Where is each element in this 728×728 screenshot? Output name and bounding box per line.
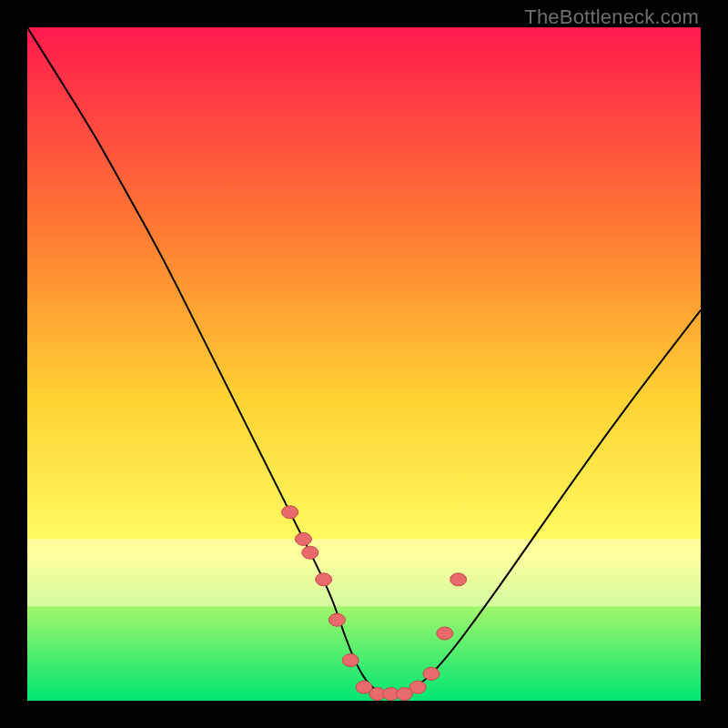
curve-marker <box>295 532 311 545</box>
curve-marker <box>423 667 440 680</box>
curve-marker <box>437 627 453 640</box>
curve-marker <box>316 573 332 586</box>
curve-marker <box>329 613 345 626</box>
curve-marker <box>342 654 359 667</box>
bottleneck-chart <box>27 27 701 701</box>
curve-marker <box>450 573 467 586</box>
curve-marker <box>302 546 318 559</box>
chart-frame <box>27 27 701 701</box>
curve-marker <box>282 506 298 519</box>
pale-band <box>27 539 701 606</box>
watermark-text: TheBottleneck.com <box>524 5 699 29</box>
curve-marker <box>410 681 426 693</box>
